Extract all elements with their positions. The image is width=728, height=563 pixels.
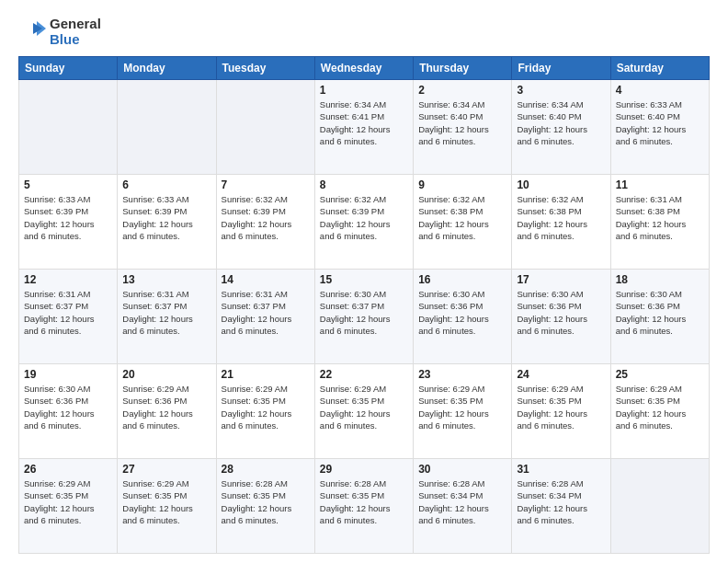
day-info: Sunrise: 6:33 AMSunset: 6:39 PMDaylight:… <box>24 193 112 242</box>
day-number: 12 <box>24 273 112 286</box>
day-cell-24: 24Sunrise: 6:29 AMSunset: 6:35 PMDayligh… <box>512 364 610 459</box>
day-info: Sunrise: 6:28 AMSunset: 6:35 PMDaylight:… <box>222 477 310 526</box>
day-number: 20 <box>122 368 210 381</box>
day-number: 5 <box>24 178 112 191</box>
day-cell-5: 5Sunrise: 6:33 AMSunset: 6:39 PMDaylight… <box>19 175 118 270</box>
day-info: Sunrise: 6:30 AMSunset: 6:36 PMDaylight:… <box>24 383 112 431</box>
day-info: Sunrise: 6:29 AMSunset: 6:35 PMDaylight:… <box>222 383 310 431</box>
day-cell-20: 20Sunrise: 6:29 AMSunset: 6:36 PMDayligh… <box>118 364 216 459</box>
weekday-header-thursday: Thursday <box>414 57 512 80</box>
day-info: Sunrise: 6:29 AMSunset: 6:35 PMDaylight:… <box>24 477 112 526</box>
logo: General Blue <box>18 17 101 47</box>
day-info: Sunrise: 6:32 AMSunset: 6:38 PMDaylight:… <box>517 193 605 242</box>
day-number: 13 <box>122 273 210 286</box>
weekday-header-monday: Monday <box>118 57 216 80</box>
weekday-header-row: SundayMondayTuesdayWednesdayThursdayFrid… <box>19 57 710 80</box>
empty-cell <box>610 459 709 554</box>
page-header: General Blue <box>18 17 710 47</box>
day-info: Sunrise: 6:29 AMSunset: 6:35 PMDaylight:… <box>122 477 210 526</box>
day-number: 31 <box>517 463 605 476</box>
weekday-header-friday: Friday <box>512 57 610 80</box>
day-info: Sunrise: 6:31 AMSunset: 6:37 PMDaylight:… <box>122 288 210 337</box>
weekday-header-saturday: Saturday <box>610 57 709 80</box>
day-number: 1 <box>320 84 408 97</box>
day-cell-27: 27Sunrise: 6:29 AMSunset: 6:35 PMDayligh… <box>118 459 216 554</box>
day-number: 18 <box>616 273 704 286</box>
day-number: 22 <box>320 368 408 381</box>
day-cell-26: 26Sunrise: 6:29 AMSunset: 6:35 PMDayligh… <box>19 459 118 554</box>
day-cell-4: 4Sunrise: 6:33 AMSunset: 6:40 PMDaylight… <box>610 80 709 175</box>
day-cell-6: 6Sunrise: 6:33 AMSunset: 6:39 PMDaylight… <box>118 175 216 270</box>
day-cell-22: 22Sunrise: 6:29 AMSunset: 6:35 PMDayligh… <box>314 364 413 459</box>
day-info: Sunrise: 6:29 AMSunset: 6:36 PMDaylight:… <box>122 383 210 431</box>
day-cell-15: 15Sunrise: 6:30 AMSunset: 6:37 PMDayligh… <box>314 270 413 364</box>
day-cell-28: 28Sunrise: 6:28 AMSunset: 6:35 PMDayligh… <box>216 459 314 554</box>
day-number: 4 <box>616 84 704 97</box>
day-number: 11 <box>616 178 704 191</box>
day-info: Sunrise: 6:34 AMSunset: 6:40 PMDaylight:… <box>418 98 506 147</box>
day-number: 17 <box>517 273 605 286</box>
week-row-5: 26Sunrise: 6:29 AMSunset: 6:35 PMDayligh… <box>19 459 710 554</box>
day-number: 9 <box>418 178 506 191</box>
day-info: Sunrise: 6:34 AMSunset: 6:41 PMDaylight:… <box>320 98 408 147</box>
day-cell-14: 14Sunrise: 6:31 AMSunset: 6:37 PMDayligh… <box>216 270 314 364</box>
day-number: 23 <box>418 368 506 381</box>
day-info: Sunrise: 6:32 AMSunset: 6:39 PMDaylight:… <box>222 193 310 242</box>
day-number: 10 <box>517 178 605 191</box>
day-info: Sunrise: 6:28 AMSunset: 6:35 PMDaylight:… <box>320 477 408 526</box>
day-info: Sunrise: 6:29 AMSunset: 6:35 PMDaylight:… <box>320 383 408 431</box>
day-cell-3: 3Sunrise: 6:34 AMSunset: 6:40 PMDaylight… <box>512 80 610 175</box>
day-info: Sunrise: 6:29 AMSunset: 6:35 PMDaylight:… <box>616 383 704 431</box>
week-row-4: 19Sunrise: 6:30 AMSunset: 6:36 PMDayligh… <box>19 364 710 459</box>
day-info: Sunrise: 6:30 AMSunset: 6:36 PMDaylight:… <box>616 288 704 337</box>
day-info: Sunrise: 6:30 AMSunset: 6:36 PMDaylight:… <box>517 288 605 337</box>
day-number: 30 <box>418 463 506 476</box>
day-cell-29: 29Sunrise: 6:28 AMSunset: 6:35 PMDayligh… <box>314 459 413 554</box>
week-row-2: 5Sunrise: 6:33 AMSunset: 6:39 PMDaylight… <box>19 175 710 270</box>
logo-blue: Blue <box>50 32 101 48</box>
day-number: 6 <box>122 178 210 191</box>
day-cell-16: 16Sunrise: 6:30 AMSunset: 6:36 PMDayligh… <box>414 270 512 364</box>
day-cell-23: 23Sunrise: 6:29 AMSunset: 6:35 PMDayligh… <box>414 364 512 459</box>
day-info: Sunrise: 6:29 AMSunset: 6:35 PMDaylight:… <box>517 383 605 431</box>
day-info: Sunrise: 6:33 AMSunset: 6:39 PMDaylight:… <box>122 193 210 242</box>
day-number: 7 <box>222 178 310 191</box>
day-number: 2 <box>418 84 506 97</box>
day-info: Sunrise: 6:29 AMSunset: 6:35 PMDaylight:… <box>418 383 506 431</box>
day-number: 3 <box>517 84 605 97</box>
day-number: 8 <box>320 178 408 191</box>
day-number: 28 <box>222 463 310 476</box>
day-info: Sunrise: 6:32 AMSunset: 6:38 PMDaylight:… <box>418 193 506 242</box>
day-number: 26 <box>24 463 112 476</box>
calendar-page: General Blue SundayMondayTuesdayWednesda… <box>0 0 728 563</box>
calendar-table: SundayMondayTuesdayWednesdayThursdayFrid… <box>18 56 710 554</box>
day-cell-2: 2Sunrise: 6:34 AMSunset: 6:40 PMDaylight… <box>414 80 512 175</box>
day-number: 14 <box>222 273 310 286</box>
day-number: 29 <box>320 463 408 476</box>
week-row-1: 1Sunrise: 6:34 AMSunset: 6:41 PMDaylight… <box>19 80 710 175</box>
day-info: Sunrise: 6:31 AMSunset: 6:37 PMDaylight:… <box>24 288 112 337</box>
day-info: Sunrise: 6:31 AMSunset: 6:38 PMDaylight:… <box>616 193 704 242</box>
weekday-header-sunday: Sunday <box>19 57 118 80</box>
week-row-3: 12Sunrise: 6:31 AMSunset: 6:37 PMDayligh… <box>19 270 710 364</box>
logo-bird-icon <box>18 17 48 47</box>
empty-cell <box>216 80 314 175</box>
weekday-header-wednesday: Wednesday <box>314 57 413 80</box>
day-number: 21 <box>222 368 310 381</box>
day-cell-21: 21Sunrise: 6:29 AMSunset: 6:35 PMDayligh… <box>216 364 314 459</box>
day-info: Sunrise: 6:31 AMSunset: 6:37 PMDaylight:… <box>222 288 310 337</box>
day-number: 19 <box>24 368 112 381</box>
day-number: 15 <box>320 273 408 286</box>
day-cell-17: 17Sunrise: 6:30 AMSunset: 6:36 PMDayligh… <box>512 270 610 364</box>
day-info: Sunrise: 6:30 AMSunset: 6:36 PMDaylight:… <box>418 288 506 337</box>
empty-cell <box>118 80 216 175</box>
day-cell-25: 25Sunrise: 6:29 AMSunset: 6:35 PMDayligh… <box>610 364 709 459</box>
day-cell-31: 31Sunrise: 6:28 AMSunset: 6:34 PMDayligh… <box>512 459 610 554</box>
day-info: Sunrise: 6:28 AMSunset: 6:34 PMDaylight:… <box>418 477 506 526</box>
day-cell-11: 11Sunrise: 6:31 AMSunset: 6:38 PMDayligh… <box>610 175 709 270</box>
day-cell-1: 1Sunrise: 6:34 AMSunset: 6:41 PMDaylight… <box>314 80 413 175</box>
day-number: 25 <box>616 368 704 381</box>
day-info: Sunrise: 6:32 AMSunset: 6:39 PMDaylight:… <box>320 193 408 242</box>
logo-general: General <box>50 17 101 32</box>
weekday-header-tuesday: Tuesday <box>216 57 314 80</box>
